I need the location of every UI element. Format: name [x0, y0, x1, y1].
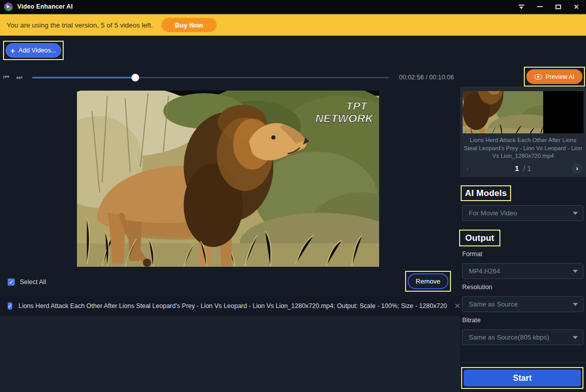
trial-banner: You are using the trial version, 5 of 5 … [0, 14, 586, 36]
add-videos-button[interactable]: + Add Videos... [6, 43, 61, 58]
format-label: Format [462, 250, 483, 258]
output-heading: Output [465, 233, 494, 243]
ai-models-heading: AI Models [465, 188, 507, 199]
next-frame-button[interactable]: ⏭ [16, 73, 22, 81]
select-all-label: Select All [20, 278, 46, 286]
pagination: ‹ 1 / 1 › [460, 163, 586, 175]
add-videos-label: Add Videos... [18, 47, 56, 54]
resolution-label: Resolution [462, 284, 492, 291]
previous-frame-button[interactable]: ⏮ [3, 73, 9, 81]
file-item-checkbox[interactable]: ✓ [8, 302, 12, 310]
thumbnail-image [463, 91, 583, 133]
page-current: 1 [515, 164, 519, 173]
format-dropdown[interactable]: MP4.H264 [462, 263, 583, 279]
sidebar-divider [460, 362, 586, 363]
watermark-line1: TPT [346, 100, 368, 113]
maximize-button[interactable] [554, 3, 562, 10]
ai-model-dropdown[interactable]: For Movie Video [462, 205, 583, 221]
page-total: / 1 [523, 164, 531, 173]
video-title: Lions Herd Attack Each Other After Lions… [463, 136, 583, 160]
seek-slider[interactable] [32, 77, 389, 78]
minimize-button[interactable] [536, 3, 543, 10]
chevron-down-icon [573, 336, 578, 339]
preview-ai-button[interactable]: Preview AI [526, 69, 582, 84]
output-annotation: Output [459, 230, 500, 246]
preview-ai-annotation: Preview AI [524, 67, 585, 87]
close-button[interactable]: ✕ [573, 3, 580, 10]
time-display: 00:02:56 / 00:10:06 [399, 74, 454, 81]
file-list-item[interactable]: ✓ Lions Herd Attack Each Other After Lio… [8, 301, 454, 311]
video-frame-image: TPT NETWORK [77, 91, 379, 267]
ai-models-annotation: AI Models [461, 185, 511, 201]
remove-button[interactable]: Remove [408, 273, 448, 289]
bitrate-value: Same as Source(805 kbps) [469, 333, 573, 341]
chevron-down-icon [573, 212, 578, 215]
chevron-down-icon [573, 270, 578, 273]
add-videos-annotation: + Add Videos... [3, 41, 64, 60]
format-value: MP4.H264 [469, 267, 573, 275]
seek-slider-thumb[interactable] [131, 74, 139, 81]
video-preview[interactable]: TPT NETWORK [77, 91, 379, 267]
window-controls: ✕ [518, 3, 586, 10]
close-icon: ✕ [574, 4, 579, 10]
minimize-icon [537, 6, 543, 7]
preview-ai-label: Preview AI [546, 73, 575, 80]
current-video-card: Lions Herd Attack Each Other After Lions… [460, 87, 586, 177]
maximize-icon [555, 5, 561, 9]
bitrate-dropdown[interactable]: Same as Source(805 kbps) [462, 329, 583, 345]
app-window: Video Enhancer AI ✕ You are using the tr… [0, 0, 586, 392]
resolution-dropdown[interactable]: Same as Source [462, 296, 583, 312]
eye-icon [535, 74, 542, 79]
menu-icon [519, 4, 524, 9]
plus-icon: + [11, 47, 15, 54]
page-next-button[interactable]: › [572, 163, 582, 174]
seek-slider-fill [32, 77, 136, 78]
app-logo-icon [4, 3, 13, 11]
file-item-text: Lions Herd Attack Each Other After Lions… [18, 302, 447, 310]
player-controls: ⏮ ⏭ 00:02:56 / 00:10:06 [0, 70, 460, 86]
watermark-line2: NETWORK [315, 112, 375, 125]
start-annotation: Start [461, 367, 583, 389]
resolution-value: Same as Source [469, 300, 573, 308]
select-all-row: ✓ Select All [8, 278, 46, 286]
page-indicator: 1 / 1 [460, 164, 586, 173]
ai-model-value: For Movie Video [469, 209, 573, 217]
select-all-checkbox[interactable]: ✓ [8, 278, 15, 286]
trial-banner-text: You are using the trial version, 5 of 5 … [7, 21, 153, 29]
chevron-down-icon [573, 303, 578, 306]
video-thumbnail[interactable] [463, 91, 583, 133]
menu-button[interactable] [518, 3, 525, 10]
file-list-empty-area [0, 317, 460, 392]
title-bar: Video Enhancer AI ✕ [0, 0, 586, 14]
file-item-close-icon[interactable]: ✕ [454, 301, 461, 311]
window-title: Video Enhancer AI [17, 3, 73, 10]
buy-now-button[interactable]: Buy Now [162, 18, 217, 32]
bitrate-label: Bitrate [462, 317, 481, 324]
remove-annotation: Remove [405, 271, 451, 292]
start-button[interactable]: Start [464, 370, 581, 386]
